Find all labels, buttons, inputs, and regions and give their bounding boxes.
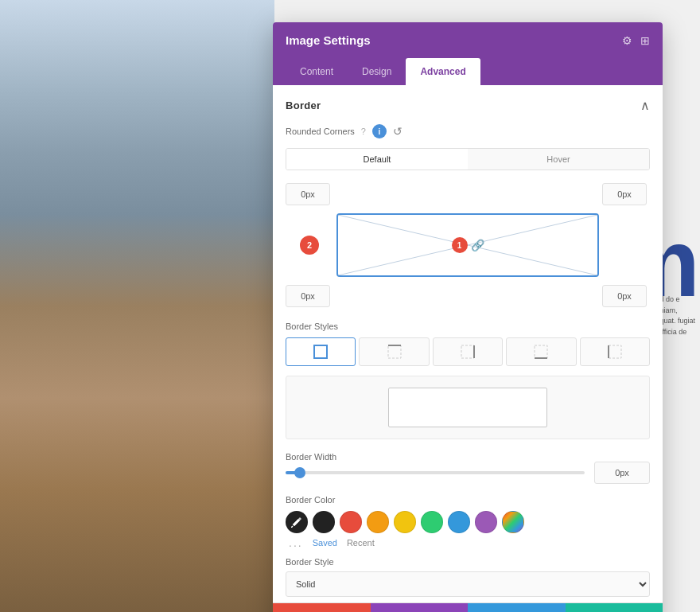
- bs-all-icon: [313, 344, 329, 360]
- corners-grid: 0px 0px 2 1 🔗: [286, 181, 650, 309]
- badge-2: 2: [300, 236, 319, 255]
- bs-bottom-btn[interactable]: [506, 337, 576, 366]
- color-blue-swatch[interactable]: [448, 511, 470, 533]
- corner-top-right-input[interactable]: 0px: [602, 183, 647, 205]
- rounded-corners-row: Rounded Corners ? i ↺: [286, 124, 650, 138]
- border-color-label: Border Color: [286, 495, 650, 505]
- color-swatches-row: [286, 511, 650, 533]
- border-section-title: Border: [286, 99, 321, 111]
- color-black-swatch[interactable]: [313, 511, 335, 533]
- color-orange-swatch[interactable]: [367, 511, 389, 533]
- svg-rect-3: [388, 345, 401, 358]
- header-icons: ⚙ ⊞: [622, 34, 650, 47]
- default-hover-toggle: Default Hover: [286, 148, 650, 170]
- corner-preview-box: 1 🔗: [336, 213, 599, 277]
- cancel-button[interactable]: ✕: [273, 603, 371, 612]
- color-red-swatch[interactable]: [340, 511, 362, 533]
- modal-header: Image Settings ⚙ ⊞: [273, 22, 663, 58]
- svg-rect-7: [535, 345, 547, 358]
- bs-top-icon: [387, 344, 402, 360]
- preview-inner-box: [388, 388, 547, 427]
- image-settings-modal: Image Settings ⚙ ⊞ Content Design Advanc…: [273, 22, 663, 612]
- badge-1: 1: [452, 237, 468, 253]
- reset-icon[interactable]: ↺: [393, 125, 402, 138]
- corner-top-left-input[interactable]: 0px: [286, 183, 330, 205]
- tab-bar: Content Design Advanced: [273, 58, 663, 85]
- modal-body: Border ∧ Rounded Corners ? i ↺ Default H…: [273, 85, 663, 602]
- bs-left-btn[interactable]: [580, 337, 650, 366]
- color-purple-swatch[interactable]: [475, 511, 497, 533]
- bs-all-btn[interactable]: [286, 337, 356, 366]
- building-photo: [0, 0, 274, 612]
- svg-line-11: [291, 526, 293, 528]
- border-style-section: Border Style Solid Dashed Dotted Double …: [286, 557, 650, 597]
- color-green-swatch[interactable]: [421, 511, 443, 533]
- border-styles-buttons: [286, 337, 650, 366]
- more-dots[interactable]: ...: [289, 536, 303, 549]
- border-style-select[interactable]: Solid Dashed Dotted Double None: [286, 571, 650, 597]
- color-yellow-swatch[interactable]: [394, 511, 416, 533]
- slider-track: [286, 471, 585, 474]
- modal-footer: ✕ ↺ ↻ ✓: [273, 602, 663, 612]
- svg-rect-2: [314, 345, 327, 358]
- tab-content[interactable]: Content: [286, 58, 348, 85]
- default-tab-btn[interactable]: Default: [286, 149, 468, 170]
- settings-icon[interactable]: ⚙: [622, 34, 632, 47]
- link-chain-icon[interactable]: 🔗: [471, 239, 484, 251]
- saved-recent-row: ... Saved Recent: [286, 536, 650, 549]
- section-collapse-icon[interactable]: ∧: [640, 98, 650, 113]
- bs-right-btn[interactable]: [433, 337, 503, 366]
- border-width-label: Border Width: [286, 452, 650, 462]
- saved-label[interactable]: Saved: [313, 538, 337, 548]
- border-styles-label: Border Styles: [286, 322, 650, 331]
- confirm-button[interactable]: ✓: [566, 603, 663, 612]
- hover-tab-btn[interactable]: Hover: [468, 149, 649, 170]
- tab-advanced[interactable]: Advanced: [406, 58, 480, 85]
- background-image: [0, 0, 274, 612]
- bs-top-btn[interactable]: [359, 337, 429, 366]
- bs-bottom-icon: [533, 344, 549, 360]
- svg-rect-5: [461, 345, 474, 358]
- help-icon[interactable]: ?: [361, 127, 366, 136]
- color-picker-swatch[interactable]: [286, 511, 308, 533]
- border-styles-section: Border Styles: [286, 322, 650, 366]
- redo-button[interactable]: ↻: [468, 603, 566, 612]
- border-section-header: Border ∧: [286, 98, 650, 113]
- info-button[interactable]: i: [372, 124, 387, 138]
- bs-right-icon: [460, 344, 476, 360]
- svg-rect-9: [609, 345, 621, 358]
- expand-icon[interactable]: ⊞: [640, 34, 650, 47]
- slider-thumb[interactable]: [294, 467, 305, 478]
- color-gradient-swatch[interactable]: [502, 511, 524, 533]
- border-style-select-label: Border Style: [286, 557, 650, 567]
- corner-bottom-right-input[interactable]: 0px: [602, 285, 647, 307]
- undo-button[interactable]: ↺: [371, 603, 469, 612]
- corner-bottom-left-input[interactable]: 0px: [286, 285, 330, 307]
- modal-title: Image Settings: [286, 33, 371, 47]
- border-width-value[interactable]: 0px: [594, 462, 650, 484]
- bs-left-icon: [607, 344, 623, 360]
- rounded-corners-label: Rounded Corners: [286, 127, 355, 136]
- border-width-slider-container: [286, 471, 585, 474]
- pen-icon: [291, 516, 302, 528]
- border-preview-box: [286, 376, 650, 439]
- tab-design[interactable]: Design: [348, 58, 406, 85]
- border-width-row: 0px: [286, 462, 650, 484]
- border-color-section: Border Color: [286, 495, 650, 549]
- border-width-section: Border Width 0px: [286, 452, 650, 484]
- recent-label[interactable]: Recent: [347, 538, 375, 548]
